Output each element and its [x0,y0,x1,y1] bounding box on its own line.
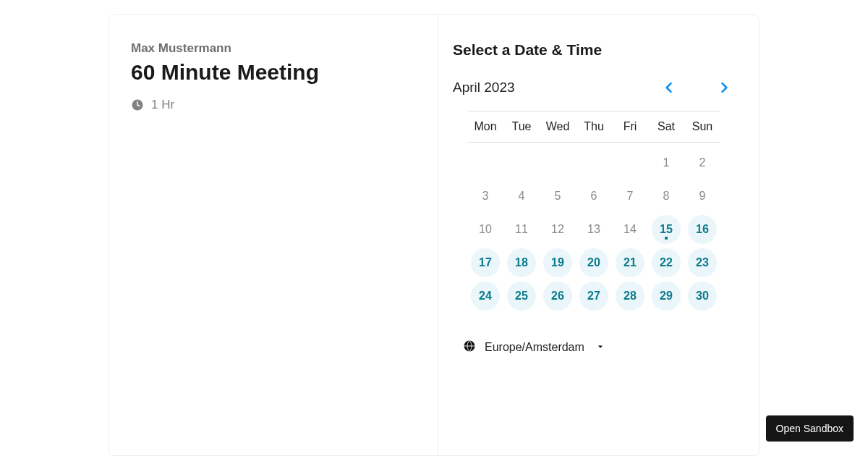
calendar-cell: 17 [467,248,503,277]
globe-icon [463,339,476,355]
calendar-day-available[interactable]: 25 [507,282,536,311]
calendar-day-disabled: 4 [507,182,536,211]
calendar-day-disabled: 3 [471,182,500,211]
calendar-day-available[interactable]: 21 [616,248,644,277]
calendar-cell: 24 [467,282,503,311]
calendar-day-disabled: 13 [579,215,608,244]
calendar-cell: 23 [684,248,720,277]
calendar-day-available[interactable]: 19 [543,248,572,277]
calendar-day-available[interactable]: 20 [579,248,608,277]
calendar-day-disabled: 12 [543,215,572,244]
calendar-cell: 14 [612,215,648,244]
calendar-cell: 5 [540,182,576,211]
calendar-cell: 20 [576,248,612,277]
calendar-day-disabled: 11 [507,215,536,244]
calendar-cell: 4 [503,182,540,211]
calendar-body: 1234567891011121314151617181920212223242… [467,143,720,311]
current-month-label: April 2023 [453,80,515,96]
weekday-header: Sun [684,111,720,142]
calendar-cell: 10 [467,215,503,244]
timezone-label: Europe/Amsterdam [485,341,584,354]
calendar-day-available[interactable]: 30 [688,282,717,311]
calendar-cell: 1 [648,148,684,177]
calendar-day-available[interactable]: 28 [616,282,644,311]
calendar-day-available[interactable]: 27 [579,282,608,311]
weekday-header: Tue [503,111,540,142]
calendar-blank-cell [612,148,648,177]
calendar-day-disabled: 8 [652,182,681,211]
calendar-cell: 3 [467,182,503,211]
calendar-day-available[interactable]: 16 [688,215,717,244]
calendar-cell: 2 [684,148,720,177]
select-date-time-heading: Select a Date & Time [453,41,744,59]
duration-row: 1 Hr [131,98,416,112]
calendar-day-disabled: 5 [543,182,572,211]
timezone-selector[interactable]: Europe/Amsterdam [463,339,744,355]
calendar-cell: 16 [684,215,720,244]
weekday-header: Sat [648,111,684,142]
calendar-day-disabled: 9 [688,182,717,211]
calendar-cell: 30 [684,282,720,311]
chevron-right-icon [717,80,731,95]
calendar-blank-cell [467,148,503,177]
prev-month-button[interactable] [659,77,679,98]
calendar-day-disabled: 2 [688,148,717,177]
calendar-cell: 12 [540,215,576,244]
weekday-header: Thu [576,111,612,142]
calendar-day-available[interactable]: 15 [652,215,681,244]
calendar-day-available[interactable]: 29 [652,282,681,311]
calendar-day-available[interactable]: 24 [471,282,500,311]
calendar-cell: 13 [576,215,612,244]
weekday-header: Wed [540,111,576,142]
calendar-cell: 8 [648,182,684,211]
calendar-day-disabled: 10 [471,215,500,244]
calendar-day-disabled: 14 [616,215,644,244]
weekday-header: Fri [612,111,648,142]
caret-down-icon [596,341,605,354]
calendar-cell: 15 [648,215,684,244]
calendar-blank-cell [576,148,612,177]
calendar-cell: 19 [540,248,576,277]
calendar-day-available[interactable]: 17 [471,248,500,277]
calendar-cell: 11 [503,215,540,244]
meeting-title: 60 Minute Meeting [131,60,416,85]
weekday-header: Mon [467,111,503,142]
calendar-day-available[interactable]: 18 [507,248,536,277]
calendar-cell: 26 [540,282,576,311]
calendar-day-available[interactable]: 26 [543,282,572,311]
duration-label: 1 Hr [151,98,174,112]
clock-icon [131,98,144,111]
organizer-name: Max Mustermann [131,41,416,56]
calendar-cell: 7 [612,182,648,211]
calendar-cell: 22 [648,248,684,277]
calendar-header-row: MonTueWedThuFriSatSun [467,111,720,143]
calendar-cell: 27 [576,282,612,311]
calendar-cell: 21 [612,248,648,277]
open-sandbox-button[interactable]: Open Sandbox [766,415,854,442]
calendar-blank-cell [540,148,576,177]
calendar-blank-cell [503,148,540,177]
chevron-left-icon [662,80,676,95]
calendar-day-disabled: 1 [652,148,681,177]
calendar-cell: 25 [503,282,540,311]
calendar-day-disabled: 6 [579,182,608,211]
next-month-button[interactable] [714,77,734,98]
calendar-cell: 6 [576,182,612,211]
month-nav-row: April 2023 [453,77,744,98]
meeting-info-pane: Max Mustermann 60 Minute Meeting 1 Hr [109,15,438,455]
calendar-cell: 18 [503,248,540,277]
calendar-cell: 28 [612,282,648,311]
calendar-day-available[interactable]: 23 [688,248,717,277]
calendar: MonTueWedThuFriSatSun 123456789101112131… [467,111,720,311]
calendar-cell: 29 [648,282,684,311]
calendar-cell: 9 [684,182,720,211]
booking-card: Max Mustermann 60 Minute Meeting 1 Hr Se… [109,14,760,456]
svg-marker-2 [598,346,603,349]
calendar-day-disabled: 7 [616,182,644,211]
calendar-day-available[interactable]: 22 [652,248,681,277]
date-time-pane: Select a Date & Time April 2023 MonTueWe… [438,15,759,455]
